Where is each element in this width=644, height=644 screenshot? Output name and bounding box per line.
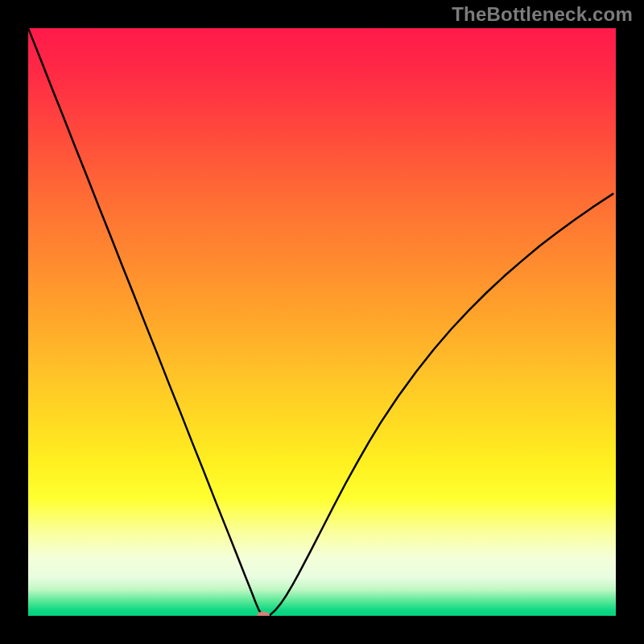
optimal-point-marker — [257, 612, 270, 617]
chart-frame: TheBottleneck.com — [0, 0, 644, 644]
plot-svg — [28, 28, 616, 616]
watermark-text: TheBottleneck.com — [452, 3, 633, 26]
plot-area — [28, 28, 616, 616]
